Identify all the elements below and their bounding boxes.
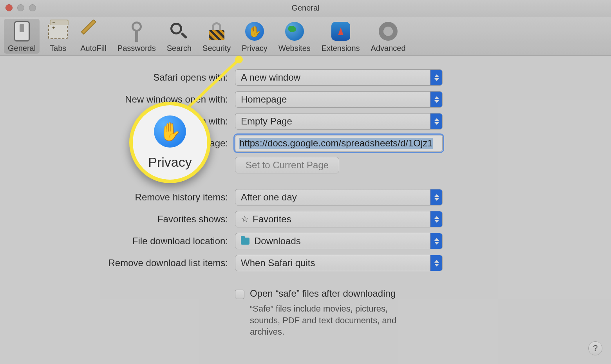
chevron-updown-icon bbox=[430, 233, 442, 249]
select-value: Homepage bbox=[241, 94, 287, 105]
key-icon bbox=[126, 20, 148, 42]
tab-label: AutoFill bbox=[80, 44, 107, 53]
tab-websites[interactable]: Websites bbox=[275, 19, 315, 54]
homepage-field[interactable]: https://docs.google.com/spreadsheets/d/1… bbox=[235, 135, 443, 151]
compass-icon bbox=[330, 20, 352, 42]
select-value: Downloads bbox=[254, 236, 301, 247]
chevron-updown-icon bbox=[430, 70, 442, 85]
lock-icon bbox=[206, 20, 228, 42]
select-favorites[interactable]: ☆ Favorites bbox=[235, 211, 443, 227]
chevron-updown-icon bbox=[430, 92, 442, 107]
label-remove-downloads: Remove download list items: bbox=[0, 258, 235, 268]
select-new-tabs[interactable]: Empty Page bbox=[235, 113, 443, 130]
tab-label: General bbox=[8, 44, 36, 53]
help-button[interactable]: ? bbox=[588, 341, 602, 355]
homepage-value: https://docs.google.com/spreadsheets/d/1… bbox=[239, 138, 433, 149]
label-favorites-shows: Favorites shows: bbox=[0, 214, 235, 225]
label-safari-opens-with: Safari opens with: bbox=[0, 72, 235, 83]
chevron-updown-icon bbox=[430, 189, 442, 205]
select-new-windows[interactable]: Homepage bbox=[235, 91, 443, 108]
tabs-icon bbox=[47, 20, 69, 42]
close-icon[interactable] bbox=[5, 4, 13, 11]
select-value: A new window bbox=[241, 72, 300, 83]
tab-autofill[interactable]: AutoFill bbox=[76, 19, 110, 54]
globe-icon bbox=[284, 20, 306, 42]
label-new-windows: New windows open with: bbox=[0, 94, 235, 105]
titlebar: General bbox=[0, 0, 611, 16]
switch-icon bbox=[11, 20, 33, 42]
open-safe-checkbox[interactable] bbox=[235, 290, 244, 299]
tab-search[interactable]: Search bbox=[163, 19, 195, 54]
set-current-page-button[interactable]: Set to Current Page bbox=[235, 157, 339, 173]
select-value: Favorites bbox=[253, 214, 291, 225]
select-value: Empty Page bbox=[241, 116, 292, 127]
tab-tabs[interactable]: Tabs bbox=[43, 19, 73, 54]
open-safe-description: “Safe” files include movies, pictures, s… bbox=[250, 303, 418, 338]
minimize-icon[interactable] bbox=[17, 4, 24, 11]
tab-extensions[interactable]: Extensions bbox=[318, 19, 364, 54]
star-icon: ☆ bbox=[241, 214, 249, 224]
zoom-icon[interactable] bbox=[29, 4, 36, 11]
label-homepage: omepage: bbox=[0, 138, 235, 149]
folder-icon bbox=[241, 238, 249, 245]
tab-label: Search bbox=[167, 44, 192, 53]
label-remove-history: Remove history items: bbox=[0, 192, 235, 203]
tab-security[interactable]: Security bbox=[199, 19, 235, 54]
select-value: When Safari quits bbox=[241, 258, 315, 268]
chevron-updown-icon bbox=[430, 255, 442, 271]
gear-icon bbox=[377, 20, 399, 42]
select-remove-downloads[interactable]: When Safari quits bbox=[235, 255, 443, 271]
select-safari-opens-with[interactable]: A new window bbox=[235, 69, 443, 86]
tab-label: Passwords bbox=[118, 44, 156, 53]
tab-label: Advanced bbox=[371, 44, 406, 53]
label-new-tabs: open with: bbox=[0, 116, 235, 127]
select-value: After one day bbox=[241, 192, 297, 203]
chevron-updown-icon bbox=[430, 114, 442, 129]
hand-icon: ✋ bbox=[244, 20, 266, 42]
tab-label: Tabs bbox=[50, 44, 66, 53]
tab-label: Websites bbox=[278, 44, 311, 53]
select-remove-history[interactable]: After one day bbox=[235, 189, 443, 205]
tab-general[interactable]: General bbox=[4, 19, 40, 54]
tab-advanced[interactable]: Advanced bbox=[367, 19, 410, 54]
select-download-location[interactable]: Downloads bbox=[235, 233, 443, 249]
tab-label: Extensions bbox=[322, 44, 360, 53]
tab-label: Security bbox=[202, 44, 231, 53]
open-safe-label: Open “safe” files after downloading bbox=[250, 288, 418, 299]
search-icon bbox=[168, 20, 190, 42]
tab-privacy[interactable]: ✋ Privacy bbox=[238, 19, 271, 54]
general-settings: Safari opens with: A new window New wind… bbox=[0, 56, 611, 338]
label-download-location: File download location: bbox=[0, 236, 235, 247]
preferences-toolbar: General Tabs AutoFill Passwords Search S… bbox=[0, 16, 611, 56]
pencil-icon bbox=[83, 20, 105, 42]
tab-passwords[interactable]: Passwords bbox=[114, 19, 160, 54]
tab-label: Privacy bbox=[242, 44, 268, 53]
chevron-updown-icon bbox=[430, 211, 442, 227]
window-title: General bbox=[0, 4, 611, 13]
